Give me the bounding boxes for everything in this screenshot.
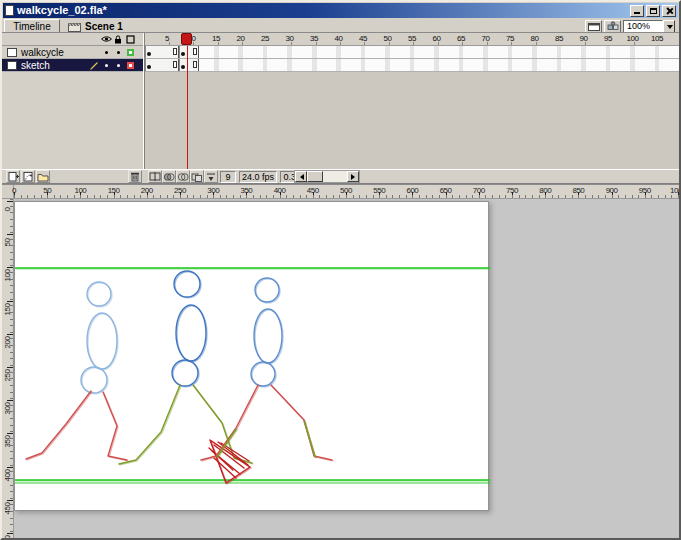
frame-span[interactable] xyxy=(145,46,179,58)
ruler-label: 150 xyxy=(108,186,120,195)
scroll-right-button[interactable] xyxy=(347,171,359,182)
frame-number: 55 xyxy=(408,34,416,43)
minimize-icon xyxy=(634,12,640,14)
layer-header xyxy=(2,33,143,46)
scene-bar: Scene 1 xyxy=(68,19,123,33)
window-controls xyxy=(630,5,676,17)
delete-layer-button[interactable] xyxy=(128,170,142,183)
ruler-label: 350 xyxy=(240,186,252,195)
lock-all-layers-icon[interactable] xyxy=(114,35,122,44)
frame-number: 90 xyxy=(580,34,588,43)
frame-number: 30 xyxy=(286,34,294,43)
keyframe-dot xyxy=(147,65,151,69)
layer-lock-dot[interactable] xyxy=(117,51,120,54)
keyframe-dot xyxy=(147,52,151,56)
ruler-label: 200 xyxy=(141,186,153,195)
edit-scene-button[interactable] xyxy=(585,20,602,33)
modify-onion-markers-button[interactable] xyxy=(204,170,218,183)
layer-name[interactable]: walkcycle xyxy=(21,47,64,58)
ruler-label: 950 xyxy=(639,186,651,195)
frames-row-sketch[interactable] xyxy=(145,59,679,72)
center-frame-button[interactable] xyxy=(148,170,162,183)
frame-number: 65 xyxy=(457,34,465,43)
layer-outline-color-chip[interactable] xyxy=(127,62,134,69)
layer-name[interactable]: sketch xyxy=(21,60,50,71)
frame-rate-field[interactable]: 24.0 fps xyxy=(239,171,277,183)
frames-panel: 5101520253035404550556065707580859095100… xyxy=(145,33,679,169)
ruler-label: 600 xyxy=(406,186,418,195)
maximize-button[interactable] xyxy=(646,5,660,17)
layer-lock-dot[interactable] xyxy=(117,64,120,67)
timeline-panel-tab[interactable]: Timeline xyxy=(4,19,60,33)
edit-symbol-button[interactable] xyxy=(604,20,621,33)
ruler-label: 1000 xyxy=(670,186,679,195)
show-all-layers-as-outlines-icon[interactable] xyxy=(126,35,135,44)
timeline-horizontal-scrollbar[interactable] xyxy=(294,170,360,183)
title-bar[interactable]: walkcycle_02.fla* xyxy=(3,3,678,18)
layer-row-walkcycle[interactable]: walkcycle xyxy=(2,46,143,59)
frame-number: 50 xyxy=(384,34,392,43)
ruler-label: 500 xyxy=(3,531,12,539)
close-icon xyxy=(663,6,675,16)
stick-figure-left[interactable] xyxy=(26,282,128,461)
edit-multiple-frames-button[interactable] xyxy=(190,170,204,183)
scroll-left-button[interactable] xyxy=(295,171,307,182)
frame-span[interactable] xyxy=(145,59,179,71)
end-frame-marker xyxy=(193,48,197,55)
ruler-label: 900 xyxy=(606,186,618,195)
modify-onion-markers-icon xyxy=(205,172,217,182)
right-arrow-icon xyxy=(351,174,358,180)
frame-number: 45 xyxy=(359,34,367,43)
edit-bar-controls: 100% xyxy=(585,19,676,33)
scrollbar-thumb[interactable] xyxy=(307,171,323,182)
insert-layer-folder-button[interactable] xyxy=(36,170,50,183)
close-button[interactable] xyxy=(662,5,676,17)
delete-layer-trash-icon xyxy=(130,171,140,182)
ruler-label: 400 xyxy=(3,464,12,486)
onion-skin-button[interactable] xyxy=(162,170,176,183)
ruler-label: 750 xyxy=(506,186,518,195)
add-motion-guide-icon xyxy=(23,171,34,182)
zoom-dropdown-arrow[interactable] xyxy=(663,20,675,33)
zoom-value: 100% xyxy=(627,21,650,31)
timeline-status-bar: 9 24.0 fps 0.3s xyxy=(2,169,679,184)
ruler-label: 800 xyxy=(539,186,551,195)
layer-visibility-dot[interactable] xyxy=(105,64,108,67)
playhead-line xyxy=(187,46,188,169)
end-frame-marker xyxy=(193,61,197,68)
layer-panel: walkcyclesketch xyxy=(2,33,143,169)
ruler-label: 550 xyxy=(373,186,385,195)
scene-name[interactable]: Scene 1 xyxy=(85,21,123,32)
frame-number: 15 xyxy=(212,34,220,43)
frame-number: 5 xyxy=(165,34,169,43)
layer-row-sketch[interactable]: sketch xyxy=(2,59,143,72)
add-motion-guide-button[interactable] xyxy=(21,170,35,183)
frame-number: 100 xyxy=(627,34,639,43)
layer-type-icon xyxy=(7,61,17,70)
zoom-control[interactable]: 100% xyxy=(623,20,663,33)
onion-skin-outlines-button[interactable] xyxy=(176,170,190,183)
stick-figure-right[interactable] xyxy=(201,278,333,461)
playhead[interactable] xyxy=(181,33,192,45)
stick-figure-middle[interactable] xyxy=(119,271,253,484)
layer-type-icon xyxy=(7,48,17,57)
horizontal-ruler[interactable]: 0501001502002503003504004505005506006507… xyxy=(2,184,679,199)
layer-visibility-dot[interactable] xyxy=(105,51,108,54)
vertical-ruler[interactable]: 050100150200250300350400450500 xyxy=(2,199,14,538)
pasteboard[interactable]: 050100150200250300350400450500 xyxy=(2,199,679,538)
frame-span[interactable] xyxy=(179,46,199,58)
frames-row-walkcycle[interactable] xyxy=(145,46,679,59)
minimize-button[interactable] xyxy=(630,5,644,17)
frame-number: 95 xyxy=(604,34,612,43)
ruler-label: 200 xyxy=(3,331,12,353)
onion-skin-outlines-icon xyxy=(177,172,189,182)
ruler-label: 850 xyxy=(572,186,584,195)
frame-number: 60 xyxy=(433,34,441,43)
frame-span[interactable] xyxy=(179,59,199,71)
layer-outline-color-chip[interactable] xyxy=(127,49,134,56)
insert-layer-button[interactable] xyxy=(6,170,20,183)
show-hide-all-layers-icon[interactable] xyxy=(101,35,112,43)
stage-canvas[interactable] xyxy=(14,201,489,511)
current-frame-field[interactable]: 9 xyxy=(220,171,236,183)
timeline-header[interactable]: 5101520253035404550556065707580859095100… xyxy=(145,33,679,46)
